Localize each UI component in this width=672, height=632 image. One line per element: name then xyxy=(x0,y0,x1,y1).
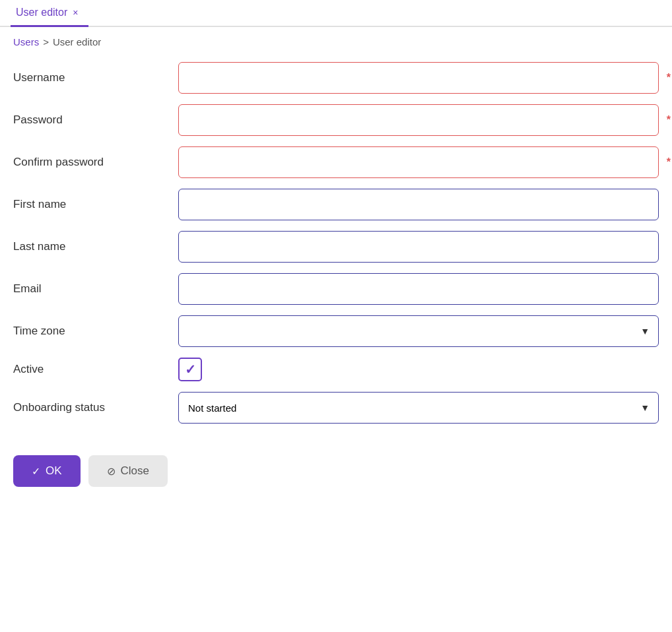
user-editor-form: Username * Password * Confirm password *… xyxy=(0,57,672,447)
active-checkbox[interactable]: ✓ xyxy=(178,358,202,381)
close-label: Close xyxy=(121,464,149,478)
first-name-input[interactable] xyxy=(178,189,659,220)
ok-icon: ✓ xyxy=(32,465,40,478)
tab-close-button[interactable]: × xyxy=(73,8,78,17)
last-name-input-wrapper xyxy=(178,231,659,263)
confirm-password-label: Confirm password xyxy=(13,156,178,169)
first-name-label: First name xyxy=(13,198,178,211)
timezone-label: Time zone xyxy=(13,325,178,338)
password-label: Password xyxy=(13,113,178,127)
onboarding-status-select[interactable]: Not started In progress Completed xyxy=(178,392,659,424)
password-required-star: * xyxy=(667,114,671,126)
password-input-wrapper: * xyxy=(178,104,659,136)
checkbox-checkmark: ✓ xyxy=(185,363,196,376)
last-name-row: Last name xyxy=(13,231,659,263)
ok-label: OK xyxy=(46,464,62,478)
breadcrumb-current: User editor xyxy=(53,36,101,47)
email-row: Email xyxy=(13,273,659,305)
first-name-row: First name xyxy=(13,189,659,220)
active-row: Active ✓ xyxy=(13,358,659,381)
close-button[interactable]: ⊘ Close xyxy=(88,455,168,487)
onboarding-status-select-wrapper: Not started In progress Completed ▼ xyxy=(178,392,659,424)
breadcrumb-parent[interactable]: Users xyxy=(13,36,39,47)
email-label: Email xyxy=(13,282,178,296)
tab-bar: User editor × xyxy=(0,0,672,27)
email-input-wrapper xyxy=(178,273,659,305)
username-input[interactable] xyxy=(178,62,659,94)
email-input[interactable] xyxy=(178,273,659,305)
first-name-input-wrapper xyxy=(178,189,659,220)
timezone-row: Time zone UTC America/New_York America/C… xyxy=(13,315,659,347)
username-required-star: * xyxy=(667,72,671,84)
close-icon: ⊘ xyxy=(107,465,116,478)
username-row: Username * xyxy=(13,62,659,94)
active-checkbox-wrapper: ✓ xyxy=(178,358,202,381)
confirm-password-required-star: * xyxy=(667,156,671,168)
active-label: Active xyxy=(13,363,178,376)
timezone-select-wrapper: UTC America/New_York America/Chicago Ame… xyxy=(178,315,659,347)
confirm-password-input[interactable] xyxy=(178,146,659,178)
confirm-password-row: Confirm password * xyxy=(13,146,659,178)
ok-button[interactable]: ✓ OK xyxy=(13,455,81,487)
last-name-input[interactable] xyxy=(178,231,659,263)
button-row: ✓ OK ⊘ Close xyxy=(0,447,672,500)
confirm-password-input-wrapper: * xyxy=(178,146,659,178)
last-name-label: Last name xyxy=(13,240,178,253)
breadcrumb: Users > User editor xyxy=(0,27,672,57)
password-input[interactable] xyxy=(178,104,659,136)
username-input-wrapper: * xyxy=(178,62,659,94)
breadcrumb-separator: > xyxy=(43,36,49,47)
tab-user-editor[interactable]: User editor × xyxy=(11,0,88,27)
timezone-select[interactable]: UTC America/New_York America/Chicago Ame… xyxy=(178,315,659,347)
tab-label: User editor xyxy=(16,7,67,18)
onboarding-status-row: Onboarding status Not started In progres… xyxy=(13,392,659,424)
onboarding-status-label: Onboarding status xyxy=(13,401,178,414)
username-label: Username xyxy=(13,71,178,84)
password-row: Password * xyxy=(13,104,659,136)
